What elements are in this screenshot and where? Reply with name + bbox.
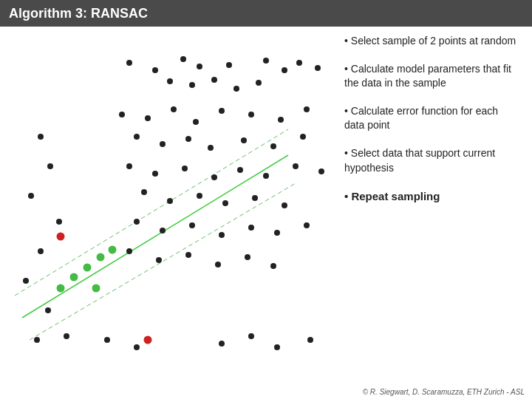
svg-point-77 xyxy=(97,253,105,262)
svg-point-81 xyxy=(144,336,152,344)
svg-point-4 xyxy=(152,67,158,73)
svg-point-53 xyxy=(126,248,132,254)
svg-point-44 xyxy=(252,195,258,201)
svg-point-36 xyxy=(237,167,243,173)
svg-point-48 xyxy=(189,222,195,228)
svg-point-78 xyxy=(109,246,117,254)
svg-line-2 xyxy=(30,183,296,340)
svg-point-50 xyxy=(248,225,254,231)
svg-point-67 xyxy=(64,333,69,339)
svg-point-8 xyxy=(263,58,269,64)
svg-point-5 xyxy=(180,56,186,62)
svg-point-79 xyxy=(92,284,100,293)
svg-point-64 xyxy=(23,278,29,284)
svg-point-26 xyxy=(160,141,166,147)
svg-point-7 xyxy=(226,62,232,68)
svg-point-3 xyxy=(126,60,132,66)
svg-point-54 xyxy=(156,257,162,263)
bullet-item-3: • Calculate error function for each data… xyxy=(344,104,520,133)
svg-point-11 xyxy=(315,65,321,71)
svg-point-17 xyxy=(119,112,125,117)
svg-point-61 xyxy=(28,193,34,199)
svg-point-66 xyxy=(34,337,40,343)
svg-point-76 xyxy=(83,264,92,272)
scatter-plot-area xyxy=(0,0,332,372)
svg-point-57 xyxy=(245,254,250,260)
svg-point-69 xyxy=(134,344,140,350)
svg-line-1 xyxy=(15,129,288,296)
svg-point-34 xyxy=(182,166,188,171)
svg-point-27 xyxy=(185,136,191,142)
svg-point-14 xyxy=(211,77,217,83)
bullet-item-5: • Repeat sampling xyxy=(344,188,520,204)
svg-point-40 xyxy=(141,189,147,195)
svg-point-73 xyxy=(307,337,313,343)
svg-point-6 xyxy=(197,64,202,69)
svg-point-12 xyxy=(167,78,173,84)
svg-point-56 xyxy=(215,262,221,267)
svg-point-42 xyxy=(197,193,202,199)
svg-point-43 xyxy=(222,200,228,206)
svg-point-29 xyxy=(241,137,247,143)
svg-point-41 xyxy=(167,198,173,204)
svg-point-70 xyxy=(219,341,225,347)
bullet-item-4: • Select data that support current hypot… xyxy=(344,146,520,175)
svg-point-19 xyxy=(171,106,177,112)
svg-point-38 xyxy=(293,163,299,169)
svg-point-71 xyxy=(248,333,254,339)
svg-point-32 xyxy=(126,163,132,169)
svg-point-75 xyxy=(70,273,78,282)
svg-point-52 xyxy=(304,222,310,228)
svg-point-46 xyxy=(134,219,140,225)
svg-point-47 xyxy=(160,228,166,233)
footer-credit: © R. Siegwart, D. Scaramuzza, ETH Zurich… xyxy=(363,388,525,396)
svg-point-24 xyxy=(304,106,310,112)
svg-point-55 xyxy=(185,252,191,258)
svg-point-74 xyxy=(57,284,65,293)
scatter-svg xyxy=(0,0,332,372)
svg-point-58 xyxy=(270,263,276,269)
svg-point-62 xyxy=(56,219,62,225)
svg-point-45 xyxy=(282,202,287,208)
svg-point-60 xyxy=(47,163,53,169)
svg-point-30 xyxy=(270,143,276,149)
svg-point-33 xyxy=(152,171,158,177)
svg-point-37 xyxy=(263,173,269,179)
svg-point-16 xyxy=(256,80,262,86)
bullet-item-1: • Select sample of 2 points at random xyxy=(344,34,520,49)
svg-point-15 xyxy=(233,86,239,92)
svg-point-65 xyxy=(45,307,51,313)
svg-point-22 xyxy=(248,112,254,117)
svg-point-28 xyxy=(208,145,214,151)
svg-point-51 xyxy=(274,230,280,236)
svg-point-68 xyxy=(104,337,110,343)
svg-point-39 xyxy=(318,168,324,174)
svg-point-13 xyxy=(189,82,195,88)
bullet-list: • Select sample of 2 points at random • … xyxy=(332,27,532,366)
svg-point-35 xyxy=(211,174,217,180)
svg-point-80 xyxy=(57,233,65,241)
svg-point-25 xyxy=(134,134,140,140)
bullet-item-2: • Calculate model parameters that fit th… xyxy=(344,62,520,91)
svg-point-21 xyxy=(219,108,225,114)
svg-point-9 xyxy=(282,67,287,73)
svg-point-63 xyxy=(38,248,44,254)
svg-point-18 xyxy=(145,115,151,121)
svg-point-49 xyxy=(219,232,225,238)
svg-point-23 xyxy=(278,117,284,123)
svg-point-31 xyxy=(300,134,306,140)
svg-point-20 xyxy=(193,119,199,125)
svg-point-10 xyxy=(296,60,302,66)
svg-point-59 xyxy=(38,134,44,140)
svg-point-72 xyxy=(274,344,280,350)
